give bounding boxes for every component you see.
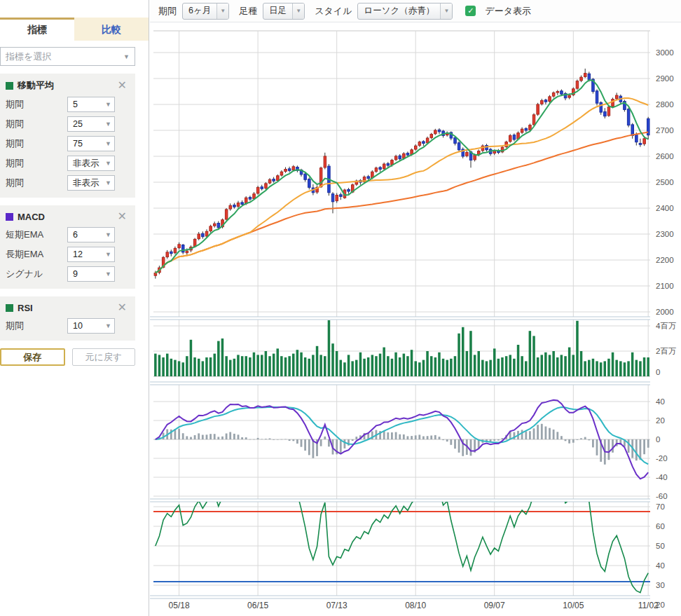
- svg-text:11/02: 11/02: [638, 601, 659, 610]
- ma-color-swatch: [6, 82, 13, 90]
- macd-row: 長期EMA 12▼: [0, 245, 135, 264]
- svg-text:0: 0: [656, 435, 660, 444]
- svg-text:2100: 2100: [656, 282, 674, 290]
- ma-period-2-select[interactable]: 25▼: [67, 116, 115, 132]
- row-label: 長期EMA: [6, 248, 67, 261]
- ma5-line: [156, 80, 648, 273]
- chevron-down-icon: ▼: [105, 101, 111, 108]
- svg-text:2500: 2500: [656, 178, 674, 186]
- select-value: 10: [73, 321, 83, 331]
- save-button[interactable]: 保存: [0, 348, 65, 366]
- row-label: 期間: [6, 320, 67, 332]
- chevron-down-icon: ▼: [105, 140, 111, 147]
- ma75-line: [156, 132, 648, 273]
- ma-period-row: 期間 75▼: [0, 134, 135, 153]
- ma-period-row: 期間 非表示▼: [0, 153, 135, 173]
- chevron-down-icon: ▼: [105, 322, 111, 329]
- svg-text:-40: -40: [656, 473, 668, 481]
- svg-text:10/05: 10/05: [563, 601, 584, 610]
- ma-period-1-select[interactable]: 5▼: [67, 97, 115, 112]
- chevron-down-icon: ▼: [123, 53, 130, 60]
- svg-text:07/13: 07/13: [326, 601, 348, 610]
- macd-row: シグナル 9▼: [0, 264, 135, 284]
- chevron-down-icon: ▼: [105, 271, 111, 278]
- section-title: MACD: [18, 212, 115, 222]
- sidebar-tabs: 指標 比較: [0, 18, 149, 41]
- axis-labels: 3000290028002700260025002400230022002100…: [656, 48, 676, 609]
- svg-text:2000: 2000: [656, 308, 674, 316]
- tab-compare[interactable]: 比較: [74, 18, 149, 41]
- select-value: 非表示: [73, 177, 99, 189]
- svg-text:60: 60: [656, 522, 665, 531]
- svg-text:09/07: 09/07: [484, 601, 505, 610]
- chart-canvas[interactable]: 3000290028002700260025002400230022002100…: [150, 22, 681, 616]
- rsi-period-select[interactable]: 10▼: [67, 318, 115, 334]
- section-moving-average: 移動平均 ✕ 期間 5▼ 期間 25▼ 期間 75▼ 期間 非表示▼ 期間 非表…: [0, 74, 135, 198]
- period-dropdown[interactable]: 6ヶ月 ▼: [182, 3, 229, 20]
- ma-period-row: 期間 非表示▼: [0, 173, 135, 193]
- style-dropdown[interactable]: ローソク（赤青） ▼: [357, 3, 453, 20]
- svg-text:-20: -20: [656, 454, 668, 463]
- chevron-down-icon: ▼: [440, 4, 452, 19]
- period-value: 6ヶ月: [183, 4, 216, 19]
- style-label: スタイル: [315, 5, 352, 18]
- svg-text:40: 40: [656, 561, 665, 570]
- macd-fast-select[interactable]: 6▼: [67, 227, 115, 242]
- select-value: 5: [73, 100, 78, 109]
- row-label: 期間: [6, 98, 67, 111]
- ma-period-5-select[interactable]: 非表示▼: [67, 175, 115, 191]
- bartype-dropdown[interactable]: 日足 ▼: [263, 3, 305, 20]
- svg-text:70: 70: [656, 502, 665, 511]
- period-label: 期間: [158, 5, 177, 18]
- svg-text:2700: 2700: [656, 126, 674, 135]
- ma-period-row: 期間 5▼: [0, 95, 135, 114]
- svg-text:2200: 2200: [656, 256, 674, 264]
- candlesticks: [154, 74, 649, 276]
- row-label: 期間: [6, 177, 67, 189]
- ma-period-3-select[interactable]: 75▼: [67, 136, 115, 151]
- select-value: 6: [73, 230, 78, 240]
- svg-text:06/15: 06/15: [247, 601, 268, 610]
- svg-text:2900: 2900: [656, 74, 674, 83]
- svg-text:2百万: 2百万: [656, 347, 676, 355]
- chevron-down-icon: ▼: [216, 4, 228, 19]
- indicator-select[interactable]: 指標を選択 ▼: [0, 47, 135, 66]
- bartype-label: 足種: [239, 5, 257, 18]
- data-display-checkbox[interactable]: ✓: [465, 6, 476, 16]
- chart-toolbar: 期間 6ヶ月 ▼ 足種 日足 ▼ スタイル ローソク（赤青） ▼ ✓ データ表示: [150, 0, 681, 22]
- chevron-down-icon: ▼: [105, 160, 111, 167]
- macd-color-swatch: [6, 213, 13, 221]
- chart-main-area: 期間 6ヶ月 ▼ 足種 日足 ▼ スタイル ローソク（赤青） ▼ ✓ データ表示…: [150, 0, 681, 616]
- close-icon[interactable]: ✕: [115, 302, 130, 313]
- svg-text:2300: 2300: [656, 230, 674, 238]
- close-icon[interactable]: ✕: [115, 80, 130, 91]
- macd-slow-select[interactable]: 12▼: [67, 247, 115, 262]
- svg-text:50: 50: [656, 542, 665, 550]
- date-axis-labels: 05/1806/1507/1308/1009/0710/0511/02: [169, 601, 659, 610]
- svg-text:05/18: 05/18: [169, 601, 190, 610]
- chevron-down-icon: ▼: [292, 4, 304, 19]
- section-title: 移動平均: [18, 79, 115, 92]
- indicator-select-placeholder: 指標を選択: [6, 50, 51, 63]
- svg-text:2800: 2800: [656, 100, 674, 109]
- stock-chart-svg: 3000290028002700260025002400230022002100…: [150, 22, 681, 616]
- row-label: 期間: [6, 118, 67, 130]
- close-icon[interactable]: ✕: [115, 211, 130, 222]
- ma-period-4-select[interactable]: 非表示▼: [67, 156, 115, 171]
- macd-row: 短期EMA 6▼: [0, 225, 135, 245]
- ma-period-row: 期間 25▼: [0, 114, 135, 134]
- row-label: 短期EMA: [6, 228, 67, 241]
- macd-signal-select[interactable]: 9▼: [67, 266, 115, 282]
- rsi-line: [156, 477, 648, 593]
- chevron-down-icon: ▼: [105, 231, 111, 238]
- svg-text:3000: 3000: [656, 48, 674, 57]
- tab-indicators[interactable]: 指標: [0, 18, 74, 41]
- rsi-row: 期間 10▼: [0, 316, 135, 336]
- reset-button[interactable]: 元に戻す: [72, 348, 136, 366]
- svg-text:20: 20: [656, 416, 665, 425]
- svg-text:40: 40: [656, 397, 665, 406]
- select-value: 75: [73, 139, 83, 149]
- svg-text:2600: 2600: [656, 152, 674, 160]
- bartype-value: 日足: [263, 4, 292, 19]
- svg-text:2400: 2400: [656, 204, 674, 212]
